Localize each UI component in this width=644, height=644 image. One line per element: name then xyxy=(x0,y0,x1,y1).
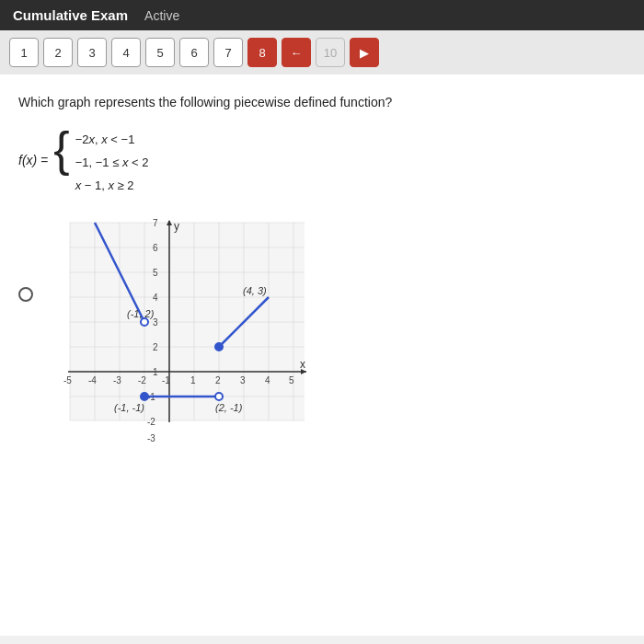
exam-status: Active xyxy=(144,8,179,23)
nav-btn-6[interactable]: 6 xyxy=(179,38,209,67)
tick-y-n2: -2 xyxy=(147,417,155,427)
graph-option-1: y x -5 -4 -3 -2 -1 1 2 3 4 5 7 6 5 4 3 xyxy=(18,213,626,453)
tick-y-n3: -3 xyxy=(147,433,155,443)
tick-x-1: 1 xyxy=(190,375,196,385)
tick-x-5: 5 xyxy=(289,375,294,385)
nav-btn-1[interactable]: 1 xyxy=(9,38,39,67)
tick-y-5: 5 xyxy=(153,268,158,278)
tick-x-n2: -2 xyxy=(138,375,146,385)
case-2: −1, −1 ≤ x < 2 xyxy=(75,154,149,173)
nav-btn-10[interactable]: 10 xyxy=(316,38,345,67)
big-bracket: { xyxy=(53,125,69,173)
tick-y-1: 1 xyxy=(153,367,158,377)
tick-y-4: 4 xyxy=(153,293,158,303)
nav-btn-4[interactable]: 4 xyxy=(111,38,141,67)
question-nav: 1 2 3 4 5 6 7 8 ← 10 ▶ xyxy=(0,30,644,75)
closed-dot-2 xyxy=(215,343,223,351)
y-axis-label: y xyxy=(174,220,179,233)
nav-btn-5[interactable]: 5 xyxy=(145,38,175,67)
label-2-neg1: (2, -1) xyxy=(215,402,243,413)
tick-x-n3: -3 xyxy=(113,375,121,385)
svg-rect-0 xyxy=(70,223,305,420)
fx-label: f(x) = xyxy=(18,153,48,167)
tick-x-4: 4 xyxy=(265,375,270,385)
nav-btn-7[interactable]: 7 xyxy=(213,38,243,67)
nav-btn-forward[interactable]: ▶ xyxy=(350,38,379,67)
case-3: x − 1, x ≥ 2 xyxy=(75,177,149,196)
graph-svg: y x -5 -4 -3 -2 -1 1 2 3 4 5 7 6 5 4 3 xyxy=(42,213,318,453)
tick-x-n1: -1 xyxy=(162,375,170,385)
nav-btn-3[interactable]: 3 xyxy=(77,38,107,67)
content-area: Which graph represents the following pie… xyxy=(0,75,644,636)
nav-btn-8[interactable]: 8 xyxy=(247,38,277,67)
open-dot-2 xyxy=(215,393,223,400)
tick-y-6: 6 xyxy=(153,243,158,253)
tick-y-2: 2 xyxy=(153,342,158,352)
piecewise-function: f(x) = { −2x, x < −1 −1, −1 ≤ x < 2 x − … xyxy=(18,127,626,195)
x-axis-label: x xyxy=(300,358,305,371)
nav-btn-back[interactable]: ← xyxy=(282,38,311,67)
case-1: −2x, x < −1 xyxy=(75,131,149,150)
tick-x-n4: -4 xyxy=(88,375,97,385)
piecewise-cases: −2x, x < −1 −1, −1 ≤ x < 2 x − 1, x ≥ 2 xyxy=(75,127,149,195)
tick-y-7: 7 xyxy=(153,218,158,228)
exam-title: Cumulative Exam xyxy=(13,7,128,23)
label-neg1-neg1: (-1, -1) xyxy=(114,402,144,413)
closed-dot-1 xyxy=(141,393,148,400)
label-4-3: (4, 3) xyxy=(243,285,267,296)
open-dot-1 xyxy=(141,318,148,326)
nav-btn-2[interactable]: 2 xyxy=(43,38,73,67)
radio-option-1[interactable] xyxy=(18,287,33,302)
graph-wrapper: y x -5 -4 -3 -2 -1 1 2 3 4 5 7 6 5 4 3 xyxy=(42,213,318,453)
tick-x-2: 2 xyxy=(215,375,221,385)
question-text: Which graph represents the following pie… xyxy=(18,93,626,112)
top-bar: Cumulative Exam Active xyxy=(0,0,644,30)
tick-x-3: 3 xyxy=(240,375,246,385)
label-neg1-2: (-1, 2) xyxy=(127,308,155,319)
tick-x-n5: -5 xyxy=(63,375,72,385)
